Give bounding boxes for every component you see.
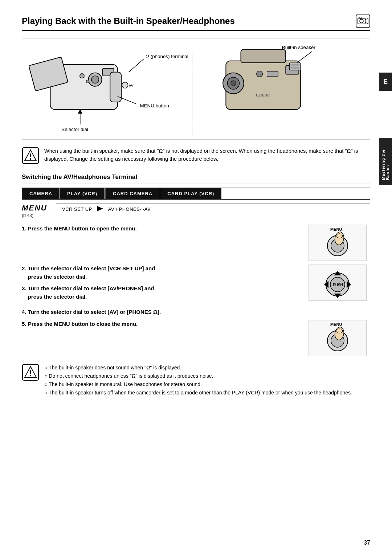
menu-word: MENU — [22, 203, 51, 212]
svg-marker-40 — [97, 206, 103, 211]
svg-point-10 — [86, 80, 89, 83]
svg-text:MENU button: MENU button — [140, 103, 169, 108]
svg-rect-31 — [289, 63, 301, 70]
selector-dial-illustration: PUSH — [309, 265, 367, 301]
page-container: E Mastering the Basics Playing Back with… — [0, 0, 392, 557]
svg-text:MENU: MENU — [330, 322, 342, 327]
svg-marker-3 — [365, 19, 368, 24]
warning-box-1: When using the built-in speaker, make su… — [22, 147, 370, 165]
step-5-label: 5. Press the MENU button to close the me… — [22, 320, 305, 328]
menu-ref: (□ 43) — [22, 213, 51, 218]
vcr-set-up-label: VCR SET UP — [62, 206, 92, 212]
menu-flow-arrow — [97, 206, 103, 212]
step-1-label: 1. Press the MENU button to open the men… — [22, 225, 305, 233]
notes-list: The built-in speaker does not sound when… — [44, 364, 352, 397]
menu-content-box: VCR SET UP AV / PHONES···AV — [56, 203, 370, 215]
bottom-notes: The built-in speaker does not sound when… — [22, 364, 370, 397]
svg-line-14 — [129, 59, 144, 72]
warning-icon-2 — [22, 364, 39, 391]
svg-rect-39 — [30, 158, 31, 160]
step-1-text: 1. Press the MENU button to open the men… — [22, 225, 305, 237]
step-3-label: 3. Turn the selector dial to select [AV/… — [22, 284, 305, 301]
tab-camera[interactable]: CAMERA — [22, 188, 60, 199]
svg-text:AV: AV — [129, 84, 134, 88]
svg-text:MENU: MENU — [330, 227, 342, 232]
note-2: Do not connect headphones unless "Ω" is … — [44, 372, 352, 380]
av-phones-label: AV / PHONES···AV — [108, 206, 151, 212]
tab-card-play-vcr[interactable]: CARD PLAY (VCR) — [160, 188, 222, 199]
menu-label-col: MENU (□ 43) — [22, 203, 51, 218]
svg-line-29 — [297, 52, 312, 63]
svg-text:Selector dial: Selector dial — [61, 127, 88, 132]
svg-point-9 — [80, 74, 84, 78]
step-2-3-image: PUSH — [305, 265, 370, 301]
svg-point-26 — [257, 71, 262, 77]
step-5-row: 5. Press the MENU button to close the me… — [22, 320, 370, 356]
dotted-divider — [22, 184, 370, 184]
step-2-3-row: 2. Turn the selector dial to select [VCR… — [22, 265, 370, 304]
note-1: The built-in speaker does not sound when… — [44, 364, 352, 372]
svg-point-18 — [122, 82, 128, 88]
svg-point-45 — [336, 234, 343, 238]
svg-point-53 — [336, 329, 343, 333]
mode-tabs-bar: CAMERA PLAY (VCR) CARD CAMERA CARD PLAY … — [22, 188, 370, 200]
svg-point-8 — [91, 76, 99, 83]
warning-icon-1 — [22, 147, 39, 165]
title-icon — [356, 15, 370, 28]
svg-text:PUSH: PUSH — [333, 283, 343, 287]
svg-rect-56 — [30, 375, 31, 376]
step-1-row: 1. Press the MENU button to open the men… — [22, 225, 370, 261]
warning-text-1: When using the built-in speaker, make su… — [44, 147, 370, 163]
sidebar-tab: Mastering the Basics — [379, 138, 392, 185]
step-2-3-text: 2. Turn the selector dial to select [VCR… — [22, 265, 305, 304]
svg-rect-27 — [267, 71, 278, 77]
tab-play-vcr[interactable]: PLAY (VCR) — [60, 188, 105, 199]
tab-card-camera[interactable]: CARD CAMERA — [106, 188, 160, 199]
svg-rect-55 — [30, 370, 31, 374]
page-number: 37 — [364, 540, 370, 546]
svg-point-1 — [360, 19, 363, 23]
section-title: Switching the AV/Headphones Terminal — [22, 173, 370, 181]
step-2-label: 2. Turn the selector dial to select [VCR… — [22, 265, 305, 281]
svg-rect-38 — [30, 153, 31, 157]
step-1-image: MENU — [305, 225, 370, 261]
note-4: The built-in speaker turns off when the … — [44, 389, 352, 397]
svg-text:Built-in speaker: Built-in speaker — [282, 45, 316, 50]
page-title-bar: Playing Back with the Built-in Speaker/H… — [22, 15, 370, 31]
menu-button-illustration-1: MENU — [309, 225, 367, 261]
e-tab: E — [379, 73, 392, 91]
menu-button-illustration-2: MENU — [309, 320, 367, 356]
svg-point-23 — [231, 81, 236, 86]
step-5-text: 5. Press the MENU button to close the me… — [22, 320, 305, 332]
camera-illustration: Selector dial Ω (phones) terminal MENU b… — [22, 38, 370, 140]
step-5-image: MENU — [305, 320, 370, 356]
page-title: Playing Back with the Built-in Speaker/H… — [22, 16, 235, 26]
svg-text:Canon: Canon — [256, 92, 270, 98]
svg-text:Ω (phones) terminal: Ω (phones) terminal — [146, 54, 188, 59]
step-4-label: 4. Turn the selector dial to select [AV]… — [22, 308, 370, 316]
note-3: The built-in speaker is monaural. Use he… — [44, 380, 352, 389]
menu-row: MENU (□ 43) VCR SET UP AV / PHONES···AV — [22, 203, 370, 218]
svg-rect-25 — [241, 50, 286, 63]
